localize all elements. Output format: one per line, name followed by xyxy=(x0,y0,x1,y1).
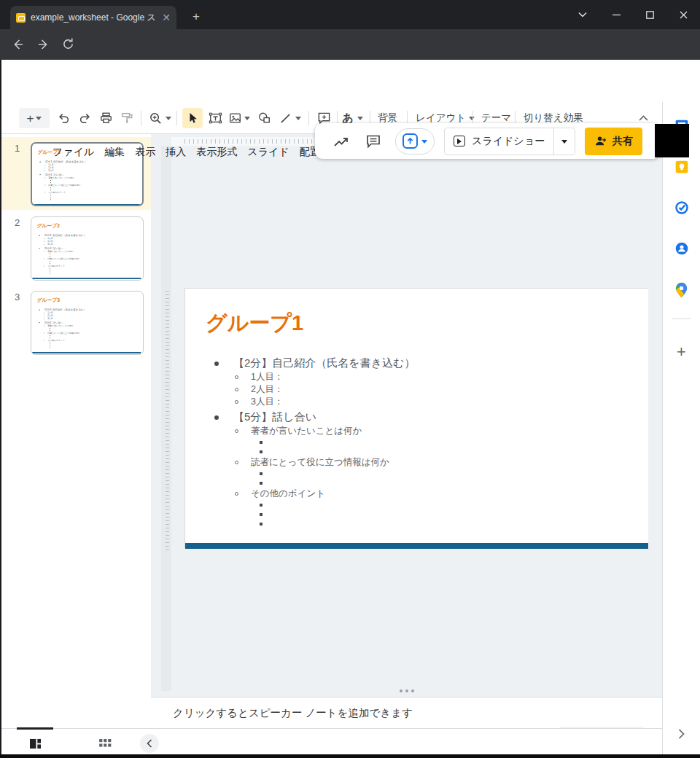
bullet-item: 著者が言いたいことは何か xyxy=(206,425,637,437)
zoom-button[interactable] xyxy=(146,108,165,128)
chevron-down-icon xyxy=(421,140,427,146)
bullet-item: 【5分】話し合い xyxy=(206,410,637,425)
notes-resize-handle[interactable] xyxy=(151,689,662,692)
activity-icon[interactable] xyxy=(325,135,357,148)
bullet-item xyxy=(37,272,139,274)
tab-search-icon[interactable] xyxy=(566,0,599,29)
chevron-down-icon xyxy=(561,140,567,146)
undo-button[interactable] xyxy=(54,108,73,128)
menu-item[interactable]: スライド xyxy=(242,144,294,160)
maximize-button[interactable] xyxy=(633,0,666,29)
slide-title[interactable]: グループ3 xyxy=(37,297,61,304)
insert-line-button[interactable] xyxy=(276,108,295,128)
browser-window: example_worksheet - Google スラ ✕ + xyxy=(0,0,700,758)
line-dropdown[interactable] xyxy=(293,108,303,128)
speaker-notes-placeholder[interactable]: クリックするとスピーカー ノートを追加できます xyxy=(173,706,413,720)
share-label: 共有 xyxy=(612,135,633,148)
active-view-indicator xyxy=(17,727,53,730)
slide-title[interactable]: グループ1 xyxy=(206,309,303,338)
slide-body-text[interactable]: 【2分】自己紹介（氏名を書き込む）1人目：2人目：3人目：【5分】話し合い著者が… xyxy=(38,160,139,200)
bullet-item: 2人目： xyxy=(206,383,637,396)
present-to-meet-button[interactable] xyxy=(395,128,435,155)
tab-close-icon[interactable]: ✕ xyxy=(162,12,171,23)
slide-thumbnail[interactable]: グループ2【2分】自己紹介（氏名を書き込む）1人目：2人目：3人目：【5分】話し… xyxy=(31,216,144,281)
app-header: example_worksheet ☆ ファイル編集表示挿入表示形式スライド配置 xyxy=(0,60,700,102)
slide-thumbnail[interactable]: グループ3【2分】自己紹介（氏名を書き込む）1人目：2人目：3人目：【5分】話し… xyxy=(31,291,144,355)
minimize-button[interactable] xyxy=(599,0,633,29)
bullet-item xyxy=(206,500,637,509)
browser-tab[interactable]: example_worksheet - Google スラ ✕ xyxy=(10,6,176,29)
current-slide[interactable]: グループ1【2分】自己紹介（氏名を書き込む）1人目：2人目：3人目：【5分】話し… xyxy=(184,288,648,548)
filmstrip-panel: 1グループ1【2分】自己紹介（氏名を書き込む）1人目：2人目：3人目：【5分】話… xyxy=(0,134,151,728)
bullet-item xyxy=(206,447,637,456)
slideshow-button[interactable]: スライドショー xyxy=(444,128,575,155)
slide-accent-bar xyxy=(32,352,141,353)
play-icon xyxy=(454,136,465,146)
slide-accent-bar xyxy=(33,204,141,206)
contacts-icon[interactable] xyxy=(663,241,700,256)
person-add-icon xyxy=(594,136,607,146)
maps-icon[interactable] xyxy=(663,282,700,298)
slide-number: 1 xyxy=(15,143,20,154)
bullet-item xyxy=(206,437,637,447)
slide-body-text[interactable]: 【2分】自己紹介（氏名を書き込む）1人目：2人目：3人目：【5分】話し合い著者が… xyxy=(37,233,139,274)
slideshow-label: スライドショー xyxy=(472,135,545,148)
menu-item[interactable]: 挿入 xyxy=(160,144,191,160)
grid-view-icon[interactable] xyxy=(96,734,114,753)
close-button[interactable] xyxy=(666,0,700,29)
insert-shape-button[interactable] xyxy=(254,108,273,128)
add-app-button[interactable]: + xyxy=(663,343,700,362)
browser-toolbar: docs.google.com/presentation/d/ ☆ シークレット… xyxy=(0,29,700,60)
image-dropdown[interactable] xyxy=(242,108,252,128)
select-tool-button[interactable] xyxy=(182,108,203,128)
slideshow-dropdown[interactable] xyxy=(553,128,575,155)
bullet-item: 1人目： xyxy=(206,371,637,383)
reload-icon[interactable] xyxy=(61,37,75,51)
text-box-button[interactable] xyxy=(206,108,225,128)
bullet-item: 3人目： xyxy=(206,396,637,408)
collapse-filmstrip-chevron[interactable] xyxy=(140,734,159,753)
tasks-icon[interactable] xyxy=(663,200,700,215)
redo-button[interactable] xyxy=(75,108,94,128)
menu-item[interactable]: 表示形式 xyxy=(191,144,242,160)
slide-accent-bar xyxy=(185,543,648,549)
slide-number: 2 xyxy=(15,217,20,228)
keep-icon[interactable] xyxy=(663,160,700,174)
titlebar: example_worksheet - Google スラ ✕ + xyxy=(0,0,700,29)
expand-side-panel-chevron[interactable] xyxy=(663,729,700,739)
paint-format-button[interactable] xyxy=(117,108,136,128)
new-slide-button[interactable]: + xyxy=(19,108,50,128)
present-icon xyxy=(402,133,418,149)
bullet-item: 3人目： xyxy=(37,318,139,321)
avatar[interactable] xyxy=(655,124,689,157)
slide-body-text[interactable]: 【2分】自己紹介（氏名を書き込む）1人目：2人目：3人目：【5分】話し合い著者が… xyxy=(206,354,637,528)
slide-accent-bar xyxy=(32,278,141,279)
slides-favicon xyxy=(16,13,26,23)
slide-thumbnail-row[interactable]: 3グループ3【2分】自己紹介（氏名を書き込む）1人目：2人目：3人目：【5分】話… xyxy=(0,286,151,359)
bullet-item: 読者にとって役に立つ情報は何か xyxy=(206,456,637,469)
slide-canvas: グループ1【2分】自己紹介（氏名を書き込む）1人目：2人目：3人目：【5分】話し… xyxy=(151,134,662,697)
slide-body-text[interactable]: 【2分】自己紹介（氏名を書き込む）1人目：2人目：3人目：【5分】話し合い著者が… xyxy=(37,308,139,348)
menu-item[interactable]: ファイル xyxy=(47,144,99,160)
menubar: ファイル編集表示挿入表示形式スライド配置 xyxy=(47,144,325,160)
forward-icon[interactable] xyxy=(36,37,51,52)
zoom-dropdown[interactable] xyxy=(163,108,174,128)
slide-thumbnail-row[interactable]: 2グループ2【2分】自己紹介（氏名を書き込む）1人目：2人目：3人目：【5分】話… xyxy=(0,211,151,284)
menu-item[interactable]: 編集 xyxy=(99,144,130,160)
back-icon[interactable] xyxy=(10,37,25,52)
comment-icon[interactable] xyxy=(357,134,389,149)
filmstrip-view-icon[interactable] xyxy=(26,734,44,753)
window-edge xyxy=(0,754,700,758)
bullet-item: 3人目： xyxy=(37,243,139,246)
share-button[interactable]: 共有 xyxy=(585,128,642,155)
bullet-item xyxy=(38,198,139,200)
slide-title[interactable]: グループ2 xyxy=(37,223,61,230)
bullet-item xyxy=(206,469,637,478)
view-switcher-bar xyxy=(0,728,662,754)
window-edge xyxy=(0,60,1,758)
print-button[interactable] xyxy=(96,108,115,128)
menu-item[interactable]: 表示 xyxy=(130,144,160,160)
tab-title: example_worksheet - Google スラ xyxy=(31,12,157,24)
rail-divider xyxy=(672,319,691,319)
new-tab-button[interactable]: + xyxy=(192,9,200,24)
